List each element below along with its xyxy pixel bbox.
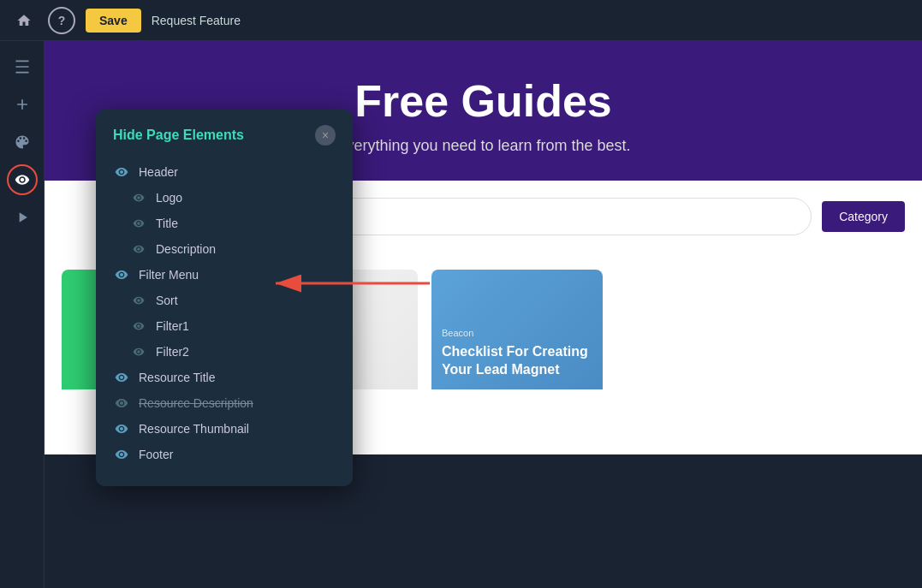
- panel-item-header-label: Header: [139, 165, 178, 179]
- main-layout: Free Guides Everything you need to learn…: [0, 41, 922, 588]
- eye-icon-filter-menu: [113, 266, 130, 283]
- card-blue-image: Beacon Checklist For Creating Your Lead …: [431, 270, 603, 389]
- eye-icon-sort: [130, 292, 147, 309]
- publish-sidebar-icon[interactable]: [7, 202, 38, 233]
- panel-item-resource-thumbnail-label: Resource Thumbnail: [139, 422, 249, 436]
- request-feature-link[interactable]: Request Feature: [152, 14, 241, 27]
- pages-sidebar-icon[interactable]: [7, 51, 38, 82]
- panel-item-logo-label: Logo: [156, 191, 182, 205]
- card-blue-item: Beacon Checklist For Creating Your Lead …: [431, 270, 603, 437]
- panel-item-description[interactable]: Description: [113, 236, 336, 262]
- navbar: ? Save Request Feature: [0, 0, 922, 41]
- category-button[interactable]: Category: [822, 201, 905, 232]
- home-nav-icon[interactable]: [10, 7, 38, 34]
- eye-sidebar-icon[interactable]: [7, 164, 38, 195]
- eye-icon-filter1: [130, 318, 147, 335]
- panel-item-description-label: Description: [156, 242, 216, 256]
- panel-title: Hide Page Elements: [113, 128, 244, 143]
- hide-page-elements-panel: Hide Page Elements × Header Logo: [96, 110, 353, 486]
- panel-item-resource-thumbnail[interactable]: Resource Thumbnail: [113, 416, 336, 442]
- panel-item-title-label: Title: [156, 217, 178, 230]
- eye-icon-resource-description: [113, 395, 130, 412]
- panel-item-sort-label: Sort: [156, 294, 178, 307]
- eye-icon-resource-title: [113, 369, 130, 386]
- panel-item-filter-menu-label: Filter Menu: [139, 268, 199, 282]
- panel-item-resource-description-label: Resource Description: [139, 396, 253, 410]
- add-sidebar-icon[interactable]: [7, 89, 38, 120]
- panel-item-filter-menu[interactable]: Filter Menu: [113, 262, 336, 288]
- card-blue-beacon: Beacon: [442, 328, 473, 338]
- eye-icon-description: [130, 241, 147, 258]
- eye-icon-logo: [130, 189, 147, 206]
- eye-icon-footer: [113, 446, 130, 463]
- panel-item-sort[interactable]: Sort: [113, 288, 336, 313]
- panel-item-filter1[interactable]: Filter1: [113, 313, 336, 339]
- panel-item-filter2[interactable]: Filter2: [113, 339, 336, 365]
- card-blue-title: Checklist For Creating Your Lead Magnet: [442, 343, 592, 379]
- panel-item-title[interactable]: Title: [113, 211, 336, 236]
- save-button[interactable]: Save: [86, 9, 141, 33]
- help-nav-icon[interactable]: ?: [48, 7, 75, 34]
- panel-close-button[interactable]: ×: [315, 125, 336, 146]
- eye-icon-resource-thumbnail: [113, 420, 130, 437]
- eye-icon-filter2: [130, 343, 147, 360]
- panel-item-filter1-label: Filter1: [156, 319, 189, 333]
- panel-item-resource-title-label: Resource Title: [139, 371, 215, 384]
- panel-item-filter2-label: Filter2: [156, 345, 189, 359]
- panel-item-footer-label: Footer: [139, 448, 173, 461]
- palette-sidebar-icon[interactable]: [7, 127, 38, 157]
- panel-item-logo[interactable]: Logo: [113, 185, 336, 211]
- panel-item-header[interactable]: Header: [113, 159, 336, 185]
- eye-icon-header: [113, 163, 130, 181]
- eye-icon-title: [130, 215, 147, 232]
- panel-item-footer[interactable]: Footer: [113, 442, 336, 467]
- content-area: Free Guides Everything you need to learn…: [45, 41, 922, 588]
- left-sidebar: [0, 41, 45, 588]
- panel-item-resource-title[interactable]: Resource Title: [113, 365, 336, 390]
- panel-item-resource-description[interactable]: Resource Description: [113, 390, 336, 416]
- panel-header: Hide Page Elements ×: [113, 125, 336, 146]
